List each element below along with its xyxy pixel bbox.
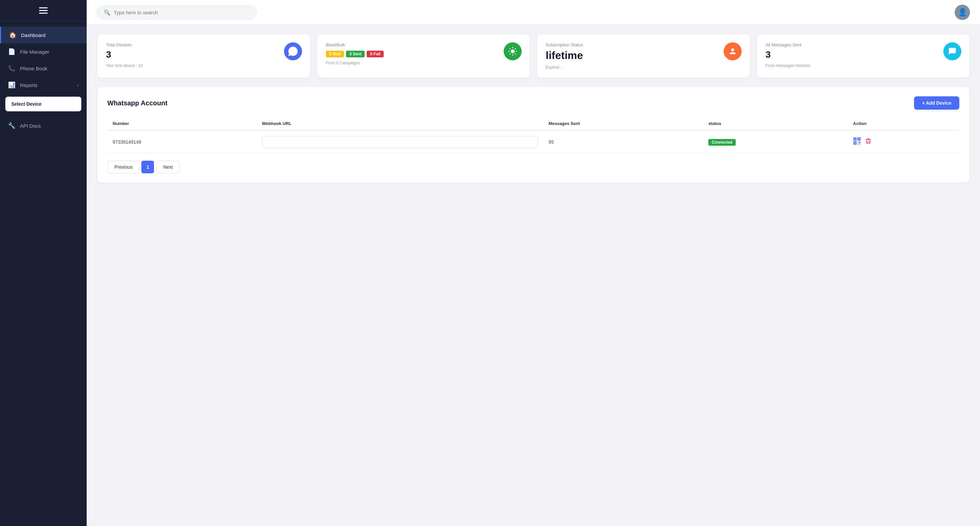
blast-bulk-title: Blast/Bulk xyxy=(326,42,521,47)
messages-sent-sub: From messages histories xyxy=(766,64,961,68)
sidebar-nav: 🏠 Dashboard 📄 File Manager 📞 Phone Book … xyxy=(0,21,87,526)
sidebar-item-reports[interactable]: 📊 Reports ‹ xyxy=(0,77,87,93)
blast-bulk-icon xyxy=(504,42,522,60)
prev-button[interactable]: Previous xyxy=(107,161,139,173)
badge-wait: 0 Wait xyxy=(326,51,344,57)
subscription-title: Subscription Status xyxy=(546,42,741,47)
svg-point-1 xyxy=(731,48,734,51)
sidebar-label-phone-book: Phone Book xyxy=(20,66,47,72)
cell-status: Connected xyxy=(703,130,848,153)
col-number: Number xyxy=(107,117,257,130)
add-device-button[interactable]: + Add Device xyxy=(914,96,959,110)
sidebar-label-dashboard: Dashboard xyxy=(21,32,45,38)
select-device-label: Select Device xyxy=(11,101,41,106)
blast-bulk-from: From 0 Campaigns xyxy=(326,61,521,65)
messages-sent-value: 3 xyxy=(766,49,961,60)
col-webhook: Webhook URL xyxy=(257,117,543,130)
badge-sent: 0 Sent xyxy=(346,51,365,57)
devices-table: Number Webhook URL Messages Sent status … xyxy=(107,117,959,153)
next-button[interactable]: Next xyxy=(156,161,180,173)
delete-icon[interactable] xyxy=(865,138,872,146)
messages-sent-icon xyxy=(943,42,961,60)
cell-webhook xyxy=(257,130,543,153)
api-docs-icon: 🔧 xyxy=(8,122,15,129)
reports-icon: 📊 xyxy=(8,81,15,89)
cell-action xyxy=(848,130,959,153)
total-devices-sub: Your limit device : 10 xyxy=(106,64,301,68)
sidebar-label-file-manager: File Manager xyxy=(20,49,49,55)
sidebar-label-reports: Reports xyxy=(20,82,38,88)
search-box: 🔍 xyxy=(97,6,257,19)
total-devices-title: Total Devices xyxy=(106,42,301,47)
col-status: status xyxy=(703,117,848,130)
file-icon: 📄 xyxy=(8,48,15,55)
svg-rect-10 xyxy=(858,144,859,144)
badge-fail: 0 Fail xyxy=(367,51,383,57)
user-avatar[interactable]: 👤 xyxy=(955,5,970,20)
svg-rect-11 xyxy=(860,144,860,144)
stat-card-messages-sent: All Messages Sent 3 From messages histor… xyxy=(757,34,970,78)
svg-point-0 xyxy=(511,49,515,53)
sidebar-item-dashboard[interactable]: 🏠 Dashboard xyxy=(0,27,87,43)
sidebar-item-api-docs[interactable]: 🔧 API Docs xyxy=(0,118,87,134)
stat-card-total-devices: Total Devices 3 Your limit device : 10 xyxy=(97,34,310,78)
svg-rect-3 xyxy=(854,138,856,140)
table-body: 97338149149 95 Connected xyxy=(107,130,959,153)
sidebar-label-api-docs: API Docs xyxy=(20,123,41,129)
sidebar-item-phone-book[interactable]: 📞 Phone Book xyxy=(0,60,87,77)
sidebar: 🏠 Dashboard 📄 File Manager 📞 Phone Book … xyxy=(0,0,87,526)
subscription-value: lifetime xyxy=(546,49,741,62)
svg-rect-8 xyxy=(858,141,858,142)
sidebar-item-file-manager[interactable]: 📄 File Manager xyxy=(0,43,87,60)
cell-number: 97338149149 xyxy=(107,130,257,153)
messages-sent-title: All Messages Sent xyxy=(766,42,961,47)
qr-code-icon[interactable] xyxy=(853,137,861,147)
stat-card-subscription: Subscription Status lifetime Expired : - xyxy=(537,34,750,78)
stat-card-blast-bulk: Blast/Bulk 0 Wait 0 Sent 0 Fail From 0 C… xyxy=(317,34,530,78)
whatsapp-section: Whatsapp Account + Add Device Number Web… xyxy=(97,87,969,183)
main-content: 🔍 👤 Total Devices 3 Your limit device : … xyxy=(87,0,980,526)
hamburger-menu[interactable] xyxy=(39,7,48,14)
subscription-icon xyxy=(724,42,742,60)
pagination: Previous 1 Next xyxy=(107,161,959,173)
subscription-sub: Expired : - xyxy=(546,65,741,70)
col-messages-sent: Messages Sent xyxy=(543,117,703,130)
svg-rect-7 xyxy=(854,142,856,144)
search-icon: 🔍 xyxy=(103,10,110,16)
stats-row: Total Devices 3 Your limit device : 10 B… xyxy=(97,34,969,78)
table-row: 97338149149 95 Connected xyxy=(107,130,959,153)
status-badge: Connected xyxy=(708,139,736,146)
action-icons xyxy=(853,137,954,147)
table-header: Number Webhook URL Messages Sent status … xyxy=(107,117,959,130)
topbar: 🔍 👤 xyxy=(87,0,980,25)
whatsapp-section-title: Whatsapp Account xyxy=(107,99,167,107)
total-devices-value: 3 xyxy=(106,49,301,60)
page-1-button[interactable]: 1 xyxy=(142,161,154,173)
search-input[interactable] xyxy=(114,10,250,15)
phone-icon: 📞 xyxy=(8,65,15,72)
col-action: Action xyxy=(848,117,959,130)
chevron-left-icon: ‹ xyxy=(77,83,79,87)
blast-badges: 0 Wait 0 Sent 0 Fail xyxy=(326,51,521,57)
section-header: Whatsapp Account + Add Device xyxy=(107,96,959,110)
svg-rect-5 xyxy=(858,138,860,140)
dashboard-content: Total Devices 3 Your limit device : 10 B… xyxy=(87,25,980,192)
webhook-url-input[interactable] xyxy=(262,136,538,148)
select-device-box[interactable]: Select Device xyxy=(5,97,81,111)
sidebar-header xyxy=(0,0,87,21)
total-devices-icon xyxy=(284,42,302,60)
home-icon: 🏠 xyxy=(9,31,16,39)
cell-messages-sent: 95 xyxy=(543,130,703,153)
svg-rect-9 xyxy=(859,141,860,143)
